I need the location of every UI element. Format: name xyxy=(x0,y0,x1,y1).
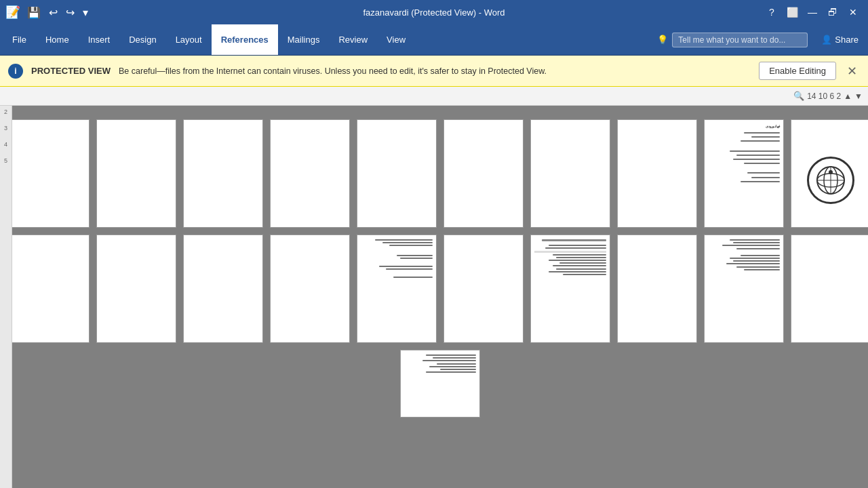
protected-view-close-button[interactable]: ✕ xyxy=(844,64,860,79)
protected-view-label: PROTECTED VIEW xyxy=(31,66,111,76)
page-thumb-14[interactable] xyxy=(270,235,350,343)
protected-view-message: Be careful—files from the Internet can c… xyxy=(119,66,751,76)
window-title: fazanavardi (Protected View) - Word xyxy=(363,7,505,18)
page-thumb-10[interactable] xyxy=(791,119,868,228)
page-thumb-1[interactable] xyxy=(12,119,90,228)
page-number-2: 2 xyxy=(4,108,7,115)
page-count-area: 🔍 14 10 6 2 ▲ ▼ xyxy=(793,91,863,101)
title-bar-left: 📝 💾 ↩ ↪ ▾ xyxy=(5,5,91,20)
tab-design[interactable]: Design xyxy=(119,24,165,55)
title-bar: 📝 💾 ↩ ↪ ▾ fazanavardi (Protected View) -… xyxy=(0,0,868,24)
page-row-1: فهانـورودی xyxy=(12,119,868,228)
page-thumb-9[interactable]: فهانـورودی xyxy=(704,119,784,228)
page-row-2 xyxy=(12,235,868,343)
page-number-3: 3 xyxy=(4,125,7,131)
tab-mailings[interactable]: Mailings xyxy=(278,24,330,55)
page-thumb-12[interactable] xyxy=(96,235,176,343)
protected-view-bar: i PROTECTED VIEW Be careful—files from t… xyxy=(0,56,868,87)
page-number-4: 4 xyxy=(4,141,7,148)
page-thumb-7[interactable] xyxy=(530,119,610,228)
page-thumb-15[interactable] xyxy=(357,235,437,343)
zoom-icon: 🔍 xyxy=(793,91,804,101)
save-button[interactable]: 💾 xyxy=(24,5,43,20)
close-button[interactable]: ✕ xyxy=(844,3,863,22)
tab-view[interactable]: View xyxy=(377,24,415,55)
tab-home[interactable]: Home xyxy=(36,24,79,55)
left-sidebar: 2 3 4 5 xyxy=(0,106,12,488)
page-thumb-4[interactable] xyxy=(270,119,350,228)
tab-review[interactable]: Review xyxy=(329,24,377,55)
page-number-5: 5 xyxy=(4,157,7,164)
page-thumb-13[interactable] xyxy=(183,235,263,343)
share-button[interactable]: 👤 Share xyxy=(814,24,865,55)
customize-button[interactable]: ▾ xyxy=(80,5,91,20)
page-thumb-6[interactable] xyxy=(443,119,524,228)
logo-svg xyxy=(814,164,847,197)
page-thumb-17[interactable] xyxy=(530,235,610,343)
page-thumb-21[interactable] xyxy=(400,350,480,418)
main-layout: 2 3 4 5 xyxy=(0,106,868,488)
enable-editing-button[interactable]: Enable Editing xyxy=(759,62,836,80)
share-icon: 👤 xyxy=(821,35,832,45)
page-thumb-16[interactable] xyxy=(443,235,524,343)
quick-access-toolbar: 💾 ↩ ↪ ▾ xyxy=(24,5,91,20)
minimize-button[interactable]: — xyxy=(803,3,822,22)
redo-button[interactable]: ↪ xyxy=(63,5,77,20)
page-thumb-5[interactable] xyxy=(357,119,437,228)
tab-insert[interactable]: Insert xyxy=(79,24,120,55)
svg-point-5 xyxy=(829,170,833,174)
page-thumb-8[interactable] xyxy=(617,119,697,228)
word-icon: 📝 xyxy=(5,5,20,20)
protected-view-icon: i xyxy=(8,64,23,79)
window-controls: ? ⬜ — 🗗 ✕ xyxy=(762,3,863,22)
ribbon-display-button[interactable]: ⬜ xyxy=(783,3,802,22)
page-thumb-3[interactable] xyxy=(183,119,263,228)
page-nav-down[interactable]: ▼ xyxy=(854,92,863,101)
help-button[interactable]: ? xyxy=(762,3,781,22)
lightbulb-icon: 💡 xyxy=(657,35,668,45)
ribbon-search-area: 💡 xyxy=(650,24,814,55)
page-thumb-20[interactable] xyxy=(791,235,868,343)
undo-button[interactable]: ↩ xyxy=(46,5,60,20)
tab-file[interactable]: File xyxy=(3,24,36,55)
tab-references[interactable]: References xyxy=(212,24,278,55)
page-row-3 xyxy=(400,350,480,418)
page-thumb-2[interactable] xyxy=(96,119,176,228)
page-thumb-11[interactable] xyxy=(12,235,90,343)
page-info: 14 10 6 2 xyxy=(807,92,841,101)
page-thumb-19[interactable] xyxy=(704,235,784,343)
sub-toolbar: 🔍 14 10 6 2 ▲ ▼ xyxy=(0,87,868,106)
ribbon: File Home Insert Design Layout Reference… xyxy=(0,24,868,56)
tab-layout[interactable]: Layout xyxy=(166,24,212,55)
page-thumb-18[interactable] xyxy=(617,235,697,343)
search-input[interactable] xyxy=(672,33,808,47)
document-area: فهانـورودی xyxy=(12,106,868,488)
page-nav-up[interactable]: ▲ xyxy=(844,92,852,101)
restore-button[interactable]: 🗗 xyxy=(823,3,842,22)
